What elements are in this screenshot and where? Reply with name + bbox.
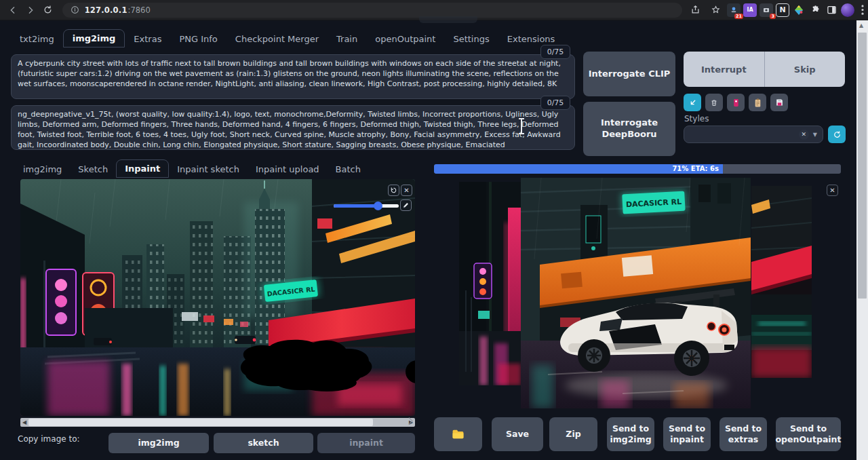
forward-icon[interactable] bbox=[22, 1, 39, 19]
tab-checkpoint-merger[interactable]: Checkpoint Merger bbox=[226, 31, 328, 47]
extension-icon-2[interactable]: 3 bbox=[760, 3, 773, 17]
zip-button[interactable]: Zip bbox=[549, 417, 597, 451]
gallery-main-preview[interactable]: DACASICR RL bbox=[521, 178, 751, 408]
thumb-left-image bbox=[459, 182, 521, 385]
canvas-clear-button[interactable]: ✕ bbox=[401, 185, 412, 196]
gallery-close-button[interactable]: ✕ bbox=[827, 185, 838, 196]
send-to-openoutpaint-button[interactable]: Send to openOutpaint bbox=[776, 417, 841, 451]
save-button[interactable]: Save bbox=[492, 417, 543, 451]
interrogate-deepbooru-button[interactable]: Interrogate DeepBooru bbox=[583, 102, 675, 156]
styles-dropdown[interactable]: ✕ ▼ bbox=[684, 126, 823, 143]
apply-style-button[interactable] bbox=[749, 94, 766, 111]
brush-tool-button[interactable] bbox=[400, 199, 412, 211]
extension-icon-ia[interactable]: IA bbox=[743, 3, 757, 17]
brush-slider-thumb[interactable] bbox=[374, 202, 382, 210]
extensions-puzzle-icon[interactable] bbox=[808, 3, 822, 17]
page-scrollbar[interactable]: ▲ bbox=[856, 20, 868, 460]
canvas-horizontal-scrollbar[interactable]: ◀ ▶ bbox=[20, 418, 415, 427]
url-port: :7860 bbox=[128, 5, 151, 15]
send-to-extras-button[interactable]: Send to extras bbox=[719, 417, 767, 451]
send-label-line1: Send to bbox=[612, 423, 649, 434]
interrogate-clip-button[interactable]: Interrogate CLIP bbox=[583, 52, 675, 96]
extension-icon-1[interactable]: 21 bbox=[727, 3, 741, 17]
preview-image-white-supercar: DACASICR RL bbox=[521, 178, 751, 408]
tab-extras[interactable]: Extras bbox=[125, 31, 170, 47]
prompt-input[interactable]: A cyberpunk city street with lots of tra… bbox=[11, 54, 575, 99]
extra-networks-button[interactable] bbox=[727, 94, 745, 111]
extension-badge-2: 3 bbox=[770, 14, 776, 19]
bookmark-star-icon[interactable] bbox=[707, 1, 724, 19]
subtab-inpaint-sketch[interactable]: Inpaint sketch bbox=[169, 161, 248, 178]
back-icon[interactable] bbox=[4, 1, 22, 19]
send-label-line2: openOutpaint bbox=[776, 434, 842, 445]
copy-image-to-label: Copy image to: bbox=[18, 434, 80, 444]
clear-prompt-button[interactable] bbox=[705, 94, 723, 111]
tab-png-info[interactable]: PNG Info bbox=[170, 31, 226, 47]
floppy-save-icon bbox=[775, 98, 784, 107]
trash-icon bbox=[710, 98, 718, 107]
page-scrollbar-thumb[interactable] bbox=[858, 33, 867, 299]
chevron-down-icon[interactable]: ▼ bbox=[813, 132, 817, 138]
send-label-line1: Send to bbox=[725, 423, 762, 434]
canvas-undo-button[interactable] bbox=[388, 185, 399, 196]
extension-icon-notion[interactable]: N bbox=[776, 3, 789, 17]
extension-badge: 21 bbox=[734, 14, 743, 19]
pencil-icon bbox=[402, 202, 410, 209]
scroll-left-arrow[interactable]: ◀ bbox=[20, 418, 28, 427]
gallery-thumb-left[interactable] bbox=[459, 182, 521, 385]
gallery-thumb-right[interactable] bbox=[751, 186, 812, 378]
scrollbar-up-arrow[interactable]: ▲ bbox=[859, 22, 863, 28]
source-image-cyberpunk-street: DACASICR RL bbox=[20, 179, 415, 416]
address-bar[interactable]: 127.0.0.1:7860 bbox=[62, 3, 682, 18]
progress-label: 71% ETA: 6s bbox=[672, 165, 719, 172]
prompt-token-counter: 0/75 bbox=[540, 45, 570, 59]
styles-refresh-button[interactable] bbox=[828, 126, 846, 143]
subtab-sketch[interactable]: Sketch bbox=[70, 161, 116, 178]
paste-params-button[interactable] bbox=[684, 94, 701, 111]
reload-icon[interactable] bbox=[39, 1, 57, 19]
tab-openoutpaint[interactable]: openOutpaint bbox=[366, 31, 444, 47]
refresh-icon bbox=[833, 130, 842, 139]
brush-slider-fill bbox=[334, 204, 378, 208]
progress-fill: 71% ETA: 6s bbox=[434, 164, 723, 174]
negative-prompt-input[interactable]: ng_deepnegative_v1_75t, (worst quality, … bbox=[11, 105, 575, 150]
result-gallery: DACASICR RL bbox=[434, 175, 841, 414]
share-icon[interactable] bbox=[686, 1, 704, 19]
subtab-batch[interactable]: Batch bbox=[328, 161, 369, 178]
send-label-line2: img2img bbox=[610, 434, 651, 445]
inpaint-canvas[interactable]: DACASICR RL bbox=[20, 179, 415, 416]
copy-to-sketch-button[interactable]: sketch bbox=[214, 433, 313, 453]
copy-to-inpaint-button[interactable]: inpaint bbox=[317, 433, 415, 453]
interrupt-skip-group: Interrupt Skip bbox=[684, 52, 845, 87]
send-to-inpaint-button[interactable]: Send to inpaint bbox=[663, 417, 711, 451]
browser-menu-icon[interactable] bbox=[857, 1, 868, 19]
interrupt-button[interactable]: Interrupt bbox=[684, 52, 764, 87]
extension-icon-diamond[interactable] bbox=[792, 3, 806, 17]
tab-train[interactable]: Train bbox=[328, 31, 366, 47]
open-folder-button[interactable] bbox=[434, 417, 482, 451]
extension-ia-label: IA bbox=[747, 7, 753, 13]
app-window: 127.0.0.1:7860 21 IA 3 N bbox=[0, 0, 868, 460]
thumb-right-image bbox=[751, 186, 812, 378]
tab-settings[interactable]: Settings bbox=[444, 31, 498, 47]
save-style-button[interactable] bbox=[770, 94, 788, 111]
brush-size-slider[interactable] bbox=[334, 204, 399, 208]
site-info-icon[interactable] bbox=[71, 5, 79, 14]
folder-icon bbox=[452, 429, 465, 440]
styles-label: Styles bbox=[684, 114, 709, 123]
tab-txt2img[interactable]: txt2img bbox=[11, 31, 63, 47]
tab-img2img[interactable]: img2img bbox=[63, 29, 125, 47]
subtab-inpaint-upload[interactable]: Inpaint upload bbox=[248, 161, 328, 178]
copy-to-img2img-button[interactable]: img2img bbox=[108, 433, 209, 453]
styles-clear-icon[interactable]: ✕ bbox=[799, 130, 809, 140]
img2img-mode-tabs: img2img Sketch Inpaint Inpaint sketch In… bbox=[15, 159, 369, 178]
canvas-scrollbar-thumb[interactable] bbox=[28, 419, 373, 426]
subtab-img2img[interactable]: img2img bbox=[15, 161, 70, 178]
send-to-img2img-button[interactable]: Send to img2img bbox=[607, 417, 654, 451]
subtab-inpaint[interactable]: Inpaint bbox=[116, 159, 169, 178]
skip-button[interactable]: Skip bbox=[764, 52, 846, 87]
profile-avatar[interactable] bbox=[841, 3, 854, 17]
url-host: 127.0.0.1 bbox=[85, 5, 127, 15]
sidepanel-icon[interactable] bbox=[825, 3, 838, 17]
generation-progress-bar: 71% ETA: 6s bbox=[434, 164, 841, 174]
